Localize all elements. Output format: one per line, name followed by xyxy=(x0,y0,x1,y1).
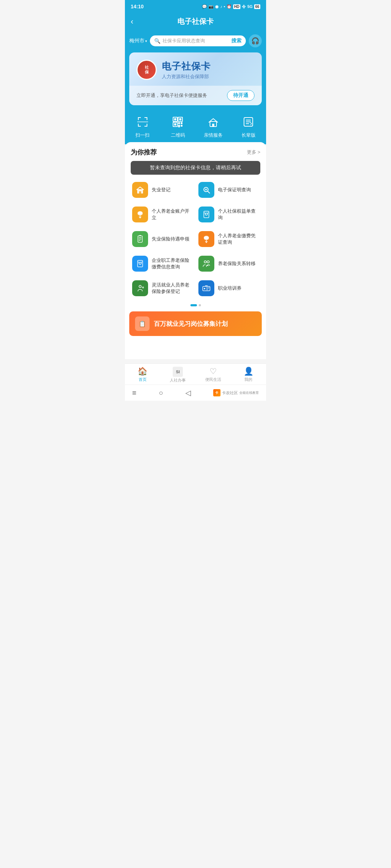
svg-point-36 xyxy=(207,261,209,263)
status-icons: 💬 📷 ◉ ♪ • ⏰ HD 令 5G 66 xyxy=(202,4,260,9)
service-item-pension-cert[interactable]: 个人养老金缴费凭证查询 xyxy=(196,227,262,251)
activate-button[interactable]: 待开通 xyxy=(227,90,255,101)
search-icon: 🔍 xyxy=(154,38,160,44)
service-item-unemployment-register[interactable]: 失业登记 xyxy=(129,178,196,202)
card-sub-title: 人力资源和社会保障部 xyxy=(162,73,211,80)
status-bar: 14:10 💬 📷 ◉ ♪ • ⏰ HD 令 5G 66 xyxy=(125,0,266,13)
home-system-icon[interactable]: ○ xyxy=(159,389,163,397)
flexible-pension-label: 灵活就业人员养老保险参保登记 xyxy=(152,282,193,295)
service-item-training-voucher[interactable]: 职业培训券 xyxy=(196,276,262,301)
pension-cert-label: 个人养老金缴费凭证查询 xyxy=(218,233,259,246)
service-item-pension-transfer[interactable]: 养老保险关系转移 xyxy=(196,251,262,276)
pension-transfer-label: 养老保险关系转移 xyxy=(218,260,259,267)
page-header: ‹ 电子社保卡 xyxy=(125,13,266,31)
quick-action-family[interactable]: 亲情服务 xyxy=(196,114,231,139)
nav-item-home[interactable]: 🏠 首页 xyxy=(125,367,160,383)
dot-2 xyxy=(199,304,201,306)
svg-rect-27 xyxy=(204,211,209,218)
svg-rect-33 xyxy=(138,260,143,267)
wifi-icon: 令 xyxy=(242,4,246,9)
service-item-cert-query[interactable]: 电子保证明查询 xyxy=(196,178,262,202)
scan-icon xyxy=(135,114,151,130)
training-voucher-icon xyxy=(198,280,214,296)
toast-container: 暂未查询到您的社保卡信息，请稍后再试 xyxy=(131,161,260,175)
system-nav-bar: ≡ ○ ◁ 卡 卡农社区 全能在线教育 xyxy=(125,384,266,401)
svg-rect-10 xyxy=(174,118,176,120)
svg-rect-17 xyxy=(178,125,180,127)
pension-account-label: 个人养老金账户开立 xyxy=(152,208,193,221)
life-nav-label: 便民生活 xyxy=(205,377,221,382)
svg-rect-23 xyxy=(139,191,141,193)
svg-rect-1 xyxy=(138,117,139,120)
scan-label: 扫一扫 xyxy=(135,132,150,139)
city-selector[interactable]: 梅州市 ▾ xyxy=(129,38,147,44)
search-box[interactable]: 🔍 社保卡应用状态查询 搜索 xyxy=(150,35,246,46)
nav-item-mine[interactable]: 👤 我的 xyxy=(231,367,266,383)
svg-rect-8 xyxy=(137,122,148,122)
status-time: 14:10 xyxy=(131,4,144,9)
main-content: 为你推荐 更多 > 暂未查询到您的社保卡信息，请稍后再试 失业登记 xyxy=(125,142,266,359)
camera-icon: 📷 xyxy=(209,4,214,9)
search-area: 梅州市 ▾ 🔍 社保卡应用状态查询 搜索 🎧 xyxy=(125,31,266,52)
service-item-enterprise-pension[interactable]: 企业职工养老保险缴费信息查询 xyxy=(129,251,196,276)
dot-1 xyxy=(190,304,197,306)
affairs-nav-label: 人社办事 xyxy=(170,378,186,383)
toast-message: 暂未查询到您的社保卡信息，请稍后再试 xyxy=(131,161,260,175)
svg-point-37 xyxy=(139,285,141,288)
service-item-rights-query[interactable]: 个人社保权益单查询 xyxy=(196,202,262,227)
nav-item-life[interactable]: ♡ 便民生活 xyxy=(196,367,231,383)
svg-rect-14 xyxy=(174,123,176,125)
service-item-flexible-pension[interactable]: 灵活就业人员养老保险参保登记 xyxy=(129,276,196,301)
home-nav-icon: 🏠 xyxy=(138,367,147,376)
enterprise-pension-label: 企业职工养老保险缴费信息查询 xyxy=(152,257,193,270)
mine-nav-label: 我的 xyxy=(244,377,252,382)
customer-service-button[interactable]: 🎧 xyxy=(249,34,262,47)
service-grid: 失业登记 电子保证明查询 个人养老金账户开立 xyxy=(125,178,266,301)
svg-rect-30 xyxy=(139,235,141,236)
wechat-icon: 💬 xyxy=(202,4,207,9)
cert-query-label: 电子保证明查询 xyxy=(218,187,259,193)
elder-icon xyxy=(240,114,256,130)
quick-action-scan[interactable]: 扫一扫 xyxy=(125,114,160,139)
card-bottom: 立即开通，享电子社保卡便捷服务 待开通 xyxy=(129,86,262,105)
bottom-nav: 🏠 首页 SI 人社办事 ♡ 便民生活 👤 我的 xyxy=(125,363,266,384)
rights-query-label: 个人社保权益单查询 xyxy=(218,208,259,221)
nav-item-affairs[interactable]: SI 人社办事 xyxy=(160,367,196,383)
logo-text: 社保 xyxy=(145,65,149,75)
unemployment-benefit-label: 失业保险待遇申领 xyxy=(152,236,193,242)
tiktok-icon: ♪ xyxy=(220,4,222,9)
brand-text: 卡农社区 xyxy=(222,390,238,396)
page-title: 电子社保卡 xyxy=(177,17,214,26)
card-main-title: 电子社保卡 xyxy=(162,60,211,73)
pension-account-icon xyxy=(132,207,148,222)
recommend-more-button[interactable]: 更多 > xyxy=(247,149,260,156)
dot-icon: • xyxy=(224,4,225,9)
social-security-card: 社保 电子社保卡 人力资源和社会保障部 立即开通，享电子社保卡便捷服务 待开通 xyxy=(129,52,262,105)
bottom-banner[interactable]: 📋 百万就业见习岗位募集计划 xyxy=(129,311,262,336)
search-button[interactable]: 搜索 xyxy=(231,38,241,44)
unemployment-register-icon xyxy=(132,182,148,198)
back-button[interactable]: ‹ xyxy=(131,17,133,26)
family-label: 亲情服务 xyxy=(204,132,223,139)
search-input[interactable]: 社保卡应用状态查询 xyxy=(163,38,229,44)
quick-action-qrcode[interactable]: 二维码 xyxy=(160,114,196,139)
pension-transfer-icon xyxy=(198,256,214,272)
quick-action-elder[interactable]: 长辈版 xyxy=(231,114,266,139)
svg-rect-16 xyxy=(181,122,182,124)
svg-point-26 xyxy=(138,212,143,216)
svg-rect-3 xyxy=(147,117,147,120)
svg-point-28 xyxy=(205,213,207,215)
battery-indicator: 66 xyxy=(254,4,260,9)
back-system-icon[interactable]: ◁ xyxy=(185,388,191,397)
svg-rect-18 xyxy=(181,125,182,127)
card-banner-section: 社保 电子社保卡 人力资源和社会保障部 立即开通，享电子社保卡便捷服务 待开通 xyxy=(125,52,266,111)
affairs-nav-icon: SI xyxy=(173,367,183,377)
brand-logo: 卡 xyxy=(213,389,220,396)
service-item-unemployment-benefit[interactable]: 失业保险待遇申领 xyxy=(129,227,196,251)
svg-rect-7 xyxy=(147,124,147,127)
service-item-pension-account[interactable]: 个人养老金账户开立 xyxy=(129,202,196,227)
recommend-title: 为你推荐 xyxy=(131,148,157,157)
svg-point-39 xyxy=(204,288,205,289)
enterprise-pension-icon xyxy=(132,256,148,272)
hamburger-icon[interactable]: ≡ xyxy=(132,389,136,397)
